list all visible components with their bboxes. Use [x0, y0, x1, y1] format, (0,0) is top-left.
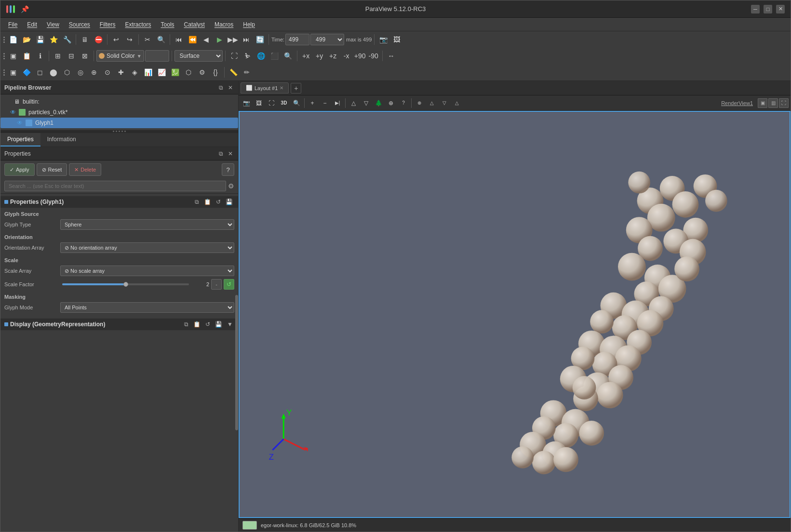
display-expand-btn[interactable]: ▼	[226, 320, 234, 328]
pipeline-close-btn[interactable]: ✕	[227, 84, 234, 92]
view-screenshot[interactable]: 🖼	[253, 97, 265, 109]
view-axis-1[interactable]: △	[348, 97, 359, 109]
display-refresh-btn[interactable]: ↺	[204, 320, 212, 328]
props-close-btn[interactable]: ✕	[227, 150, 234, 158]
menu-tools[interactable]: Tools	[157, 20, 178, 29]
pencil-btn[interactable]: ✏	[241, 66, 253, 79]
play-first-button[interactable]: ⏮	[173, 33, 185, 46]
view-orient-4[interactable]: △	[451, 97, 463, 109]
orient-x-btn[interactable]: ↔	[385, 50, 398, 62]
render-area[interactable]: Y Z	[239, 111, 791, 518]
layout-tab-1[interactable]: ⬜ Layout #1 ✕	[241, 82, 289, 93]
time-input[interactable]	[285, 34, 309, 45]
view-orient-3[interactable]: ▽	[439, 97, 450, 109]
scale-factor-slider[interactable]	[62, 283, 189, 285]
tool-11[interactable]: 📊	[142, 66, 154, 79]
time-select[interactable]: 499	[310, 34, 344, 45]
orient-btn-5[interactable]: +90	[354, 50, 366, 62]
view-interact-3[interactable]: ▶|	[332, 97, 343, 109]
scale-minus-btn[interactable]: -	[211, 279, 222, 290]
tool-15[interactable]: ⚙	[196, 66, 208, 79]
delete-button[interactable]: ✕ Delete	[69, 163, 101, 176]
tool-16[interactable]: {}	[209, 66, 222, 79]
view-3d-toggle[interactable]: 3D	[278, 97, 290, 109]
pipeline-item-builtin[interactable]: 🖥 builtin:	[0, 96, 238, 107]
glyph-mode-select[interactable]: All Points	[60, 302, 234, 313]
find-button[interactable]: 🔍	[155, 33, 167, 46]
visibility-icon-particles[interactable]: 👁	[10, 109, 17, 116]
maximize-button[interactable]: □	[764, 5, 772, 13]
orient-btn-1[interactable]: +x	[300, 50, 312, 62]
pipeline-item-particles[interactable]: 👁 particles_0.vtk*	[0, 107, 238, 118]
renderview-label[interactable]: RenderView1	[717, 100, 757, 106]
view-split-v[interactable]: ▥	[768, 98, 778, 108]
glyph-type-select[interactable]: Sphere	[60, 219, 234, 230]
tab-properties[interactable]: Properties	[0, 133, 40, 146]
tool-6[interactable]: ◎	[74, 66, 87, 79]
section-paste-btn[interactable]: 📋	[202, 198, 213, 206]
select-btn-2[interactable]: ⛷	[241, 50, 254, 62]
play-fwd-button[interactable]: ▶▶	[227, 33, 239, 46]
toggle-pipeline[interactable]: ▣	[7, 50, 19, 62]
vertical-scrollbar[interactable]	[235, 295, 238, 430]
menu-edit[interactable]: Edit	[23, 20, 41, 29]
menu-catalyst[interactable]: Catalyst	[180, 20, 209, 29]
open-button[interactable]: 📂	[20, 33, 33, 46]
add-layout-tab[interactable]: +	[291, 83, 301, 93]
tool-1[interactable]: ▣	[7, 66, 19, 79]
connect-button[interactable]: 🖥	[79, 33, 91, 46]
orient-btn-3[interactable]: +z	[327, 50, 339, 62]
apply-button[interactable]: ✓ Apply	[4, 163, 35, 176]
minimize-button[interactable]: ─	[751, 5, 760, 13]
tool-5[interactable]: ⬡	[61, 66, 73, 79]
view-split-h[interactable]: ▣	[758, 98, 767, 108]
section-copy-btn[interactable]: ⧉	[193, 198, 201, 206]
pipeline-item-glyph1[interactable]: 👁 Glyph1	[0, 118, 238, 128]
orient-btn-4[interactable]: -x	[340, 50, 353, 62]
menu-filters[interactable]: Filters	[96, 20, 120, 29]
recent-button[interactable]: ⭐	[47, 33, 60, 46]
menu-extractors[interactable]: Extractors	[121, 20, 155, 29]
view-orient-1[interactable]: ⊕	[414, 97, 425, 109]
play-last-button[interactable]: ⏭	[240, 33, 253, 46]
select-btn-3[interactable]: 🌐	[255, 50, 268, 62]
search-input[interactable]	[4, 181, 226, 191]
view-interact-1[interactable]: +	[307, 97, 318, 109]
extract-button[interactable]: ✂	[141, 33, 154, 46]
play-button[interactable]: ▶	[213, 33, 226, 46]
view-terrain[interactable]: 🌲	[373, 97, 384, 109]
loop-button[interactable]: 🔄	[254, 33, 266, 46]
section-refresh-btn[interactable]: ↺	[215, 198, 222, 206]
color-input[interactable]	[145, 50, 169, 62]
layout-btn-3[interactable]: ⊠	[79, 50, 91, 62]
tool-14[interactable]: ⬡	[182, 66, 195, 79]
disconnect-button[interactable]: ⛔	[92, 33, 105, 46]
menu-view[interactable]: View	[43, 20, 63, 29]
ruler-btn[interactable]: 📏	[227, 66, 240, 79]
color-selector[interactable]: Solid Color ▼	[96, 50, 144, 62]
menu-sources[interactable]: Sources	[65, 20, 94, 29]
tool-7[interactable]: ⊕	[88, 66, 100, 79]
save-button[interactable]: 💾	[34, 33, 46, 46]
surface-select[interactable]: Surface	[174, 50, 223, 62]
help-button[interactable]: ?	[222, 163, 234, 176]
camera-button[interactable]: 📷	[377, 33, 389, 46]
layout-btn-1[interactable]: ⊞	[52, 50, 64, 62]
view-interact-2[interactable]: −	[319, 97, 331, 109]
menu-macros[interactable]: Macros	[211, 20, 237, 29]
view-fullscreen[interactable]: ⛶	[266, 97, 277, 109]
tool-4[interactable]: ⬤	[47, 66, 60, 79]
scale-array-select[interactable]: ⊘ No scale array	[60, 266, 234, 276]
screenshot-button[interactable]: 🖼	[390, 33, 403, 46]
orientation-array-select[interactable]: ⊘ No orientation array	[60, 242, 234, 253]
scale-refresh-btn[interactable]: ↺	[224, 279, 234, 290]
pipeline-float-btn[interactable]: ⧉	[217, 84, 225, 92]
close-button[interactable]: ✕	[776, 5, 785, 13]
redo-button[interactable]: ↪	[123, 33, 136, 46]
orient-btn-2[interactable]: +y	[313, 50, 326, 62]
toggle-info[interactable]: ℹ	[34, 50, 46, 62]
tool-10[interactable]: ◈	[128, 66, 141, 79]
select-btn-1[interactable]: ⛶	[228, 50, 241, 62]
visibility-icon-glyph1[interactable]: 👁	[17, 120, 24, 126]
tool-3[interactable]: ◻	[34, 66, 46, 79]
